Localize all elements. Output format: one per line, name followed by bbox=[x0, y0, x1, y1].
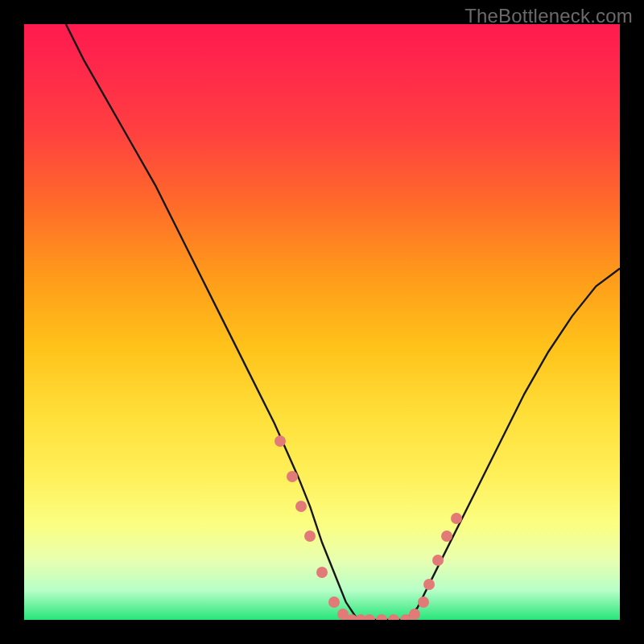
highlight-dot bbox=[364, 614, 375, 620]
highlight-dots-layer bbox=[24, 24, 620, 620]
highlight-dot bbox=[388, 614, 399, 620]
highlight-dot bbox=[441, 530, 452, 542]
chart-frame: TheBottleneck.com bbox=[0, 0, 644, 644]
highlight-dot bbox=[451, 513, 462, 524]
highlight-dot bbox=[432, 555, 444, 566]
watermark-text: TheBottleneck.com bbox=[464, 5, 633, 27]
highlight-dot bbox=[316, 567, 328, 578]
highlight-dot bbox=[295, 501, 307, 512]
highlight-dot bbox=[287, 471, 298, 482]
highlight-dot bbox=[418, 597, 429, 608]
highlight-dot bbox=[328, 597, 340, 608]
highlight-dot bbox=[275, 436, 286, 447]
highlight-dot bbox=[423, 579, 435, 590]
highlight-dot bbox=[409, 609, 420, 620]
highlight-dot bbox=[304, 530, 316, 542]
plot-area bbox=[24, 24, 620, 620]
highlight-dot bbox=[376, 614, 387, 620]
